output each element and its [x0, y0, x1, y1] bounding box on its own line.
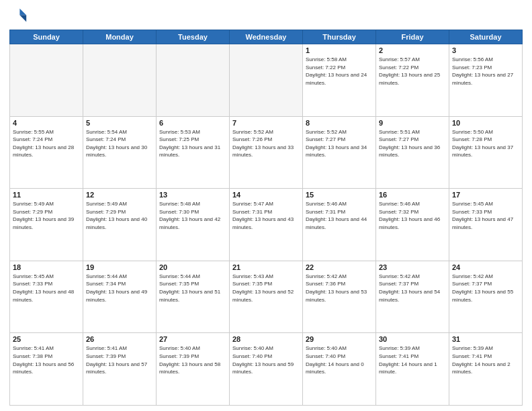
- cell-content: 15Sunrise: 5:46 AMSunset: 7:31 PMDayligh…: [306, 191, 373, 231]
- weekday-header-sunday: Sunday: [10, 30, 83, 44]
- day-number: 16: [379, 191, 446, 199]
- cell-content: 30Sunrise: 5:39 AMSunset: 7:41 PMDayligh…: [379, 335, 446, 375]
- calendar-cell: 30Sunrise: 5:39 AMSunset: 7:41 PMDayligh…: [376, 333, 449, 406]
- weekday-header-saturday: Saturday: [449, 30, 523, 44]
- day-number: 24: [452, 263, 519, 271]
- calendar-cell: 22Sunrise: 5:42 AMSunset: 7:36 PMDayligh…: [303, 261, 376, 333]
- cell-info: Sunrise: 5:40 AMSunset: 7:39 PMDaylight:…: [159, 345, 226, 375]
- cell-content: 31Sunrise: 5:39 AMSunset: 7:41 PMDayligh…: [452, 335, 519, 375]
- cell-content: 1Sunrise: 5:58 AMSunset: 7:22 PMDaylight…: [306, 46, 373, 87]
- weekday-header-thursday: Thursday: [303, 30, 376, 44]
- day-number: 27: [159, 335, 226, 343]
- calendar-cell: 7Sunrise: 5:52 AMSunset: 7:26 PMDaylight…: [230, 116, 303, 189]
- calendar-cell: 27Sunrise: 5:40 AMSunset: 7:39 PMDayligh…: [157, 333, 230, 406]
- cell-info: Sunrise: 5:39 AMSunset: 7:41 PMDaylight:…: [452, 345, 519, 375]
- cell-info: Sunrise: 5:42 AMSunset: 7:37 PMDaylight:…: [379, 273, 446, 304]
- cell-info: Sunrise: 5:40 AMSunset: 7:40 PMDaylight:…: [232, 345, 300, 375]
- cell-content: 5Sunrise: 5:54 AMSunset: 7:24 PMDaylight…: [86, 119, 153, 159]
- calendar-cell: [10, 44, 83, 117]
- cell-content: 10Sunrise: 5:50 AMSunset: 7:28 PMDayligh…: [452, 119, 519, 159]
- day-number: 6: [159, 119, 226, 127]
- day-number: 17: [452, 191, 519, 199]
- calendar-cell: 29Sunrise: 5:40 AMSunset: 7:40 PMDayligh…: [303, 333, 376, 406]
- cell-content: 11Sunrise: 5:49 AMSunset: 7:29 PMDayligh…: [13, 191, 80, 231]
- calendar-cell: 3Sunrise: 5:56 AMSunset: 7:23 PMDaylight…: [449, 44, 523, 117]
- cell-info: Sunrise: 5:45 AMSunset: 7:33 PMDaylight:…: [452, 200, 519, 231]
- day-number: 26: [86, 335, 153, 343]
- calendar-cell: [230, 44, 303, 117]
- cell-content: 19Sunrise: 5:44 AMSunset: 7:34 PMDayligh…: [86, 263, 153, 304]
- cell-content: 24Sunrise: 5:42 AMSunset: 7:37 PMDayligh…: [452, 263, 519, 304]
- cell-content: 12Sunrise: 5:49 AMSunset: 7:29 PMDayligh…: [86, 191, 153, 231]
- day-number: 14: [232, 191, 300, 199]
- cell-content: 3Sunrise: 5:56 AMSunset: 7:23 PMDaylight…: [452, 46, 519, 87]
- cell-content: 7Sunrise: 5:52 AMSunset: 7:26 PMDaylight…: [232, 119, 300, 159]
- calendar-cell: 1Sunrise: 5:58 AMSunset: 7:22 PMDaylight…: [303, 44, 376, 117]
- cell-info: Sunrise: 5:44 AMSunset: 7:35 PMDaylight:…: [159, 273, 226, 304]
- calendar-table: SundayMondayTuesdayWednesdayThursdayFrid…: [9, 30, 523, 406]
- day-number: 4: [13, 119, 80, 127]
- page: SundayMondayTuesdayWednesdayThursdayFrid…: [0, 0, 532, 411]
- cell-info: Sunrise: 5:45 AMSunset: 7:33 PMDaylight:…: [13, 273, 80, 304]
- day-number: 13: [159, 191, 226, 199]
- calendar-cell: 15Sunrise: 5:46 AMSunset: 7:31 PMDayligh…: [303, 189, 376, 261]
- day-number: 9: [379, 119, 446, 127]
- cell-info: Sunrise: 5:52 AMSunset: 7:26 PMDaylight:…: [232, 128, 300, 159]
- cell-info: Sunrise: 5:55 AMSunset: 7:24 PMDaylight:…: [13, 128, 80, 159]
- calendar-week-3: 11Sunrise: 5:49 AMSunset: 7:29 PMDayligh…: [10, 189, 523, 261]
- day-number: 23: [379, 263, 446, 271]
- cell-info: Sunrise: 5:41 AMSunset: 7:38 PMDaylight:…: [13, 345, 80, 375]
- cell-info: Sunrise: 5:51 AMSunset: 7:27 PMDaylight:…: [379, 128, 446, 159]
- calendar-cell: [157, 44, 230, 117]
- calendar-cell: 5Sunrise: 5:54 AMSunset: 7:24 PMDaylight…: [83, 116, 157, 189]
- calendar-week-1: 1Sunrise: 5:58 AMSunset: 7:22 PMDaylight…: [10, 44, 523, 117]
- day-number: 20: [159, 263, 226, 271]
- day-number: 15: [306, 191, 373, 199]
- cell-info: Sunrise: 5:57 AMSunset: 7:22 PMDaylight:…: [379, 56, 446, 87]
- day-number: 22: [306, 263, 373, 271]
- cell-info: Sunrise: 5:39 AMSunset: 7:41 PMDaylight:…: [379, 345, 446, 375]
- calendar-cell: 31Sunrise: 5:39 AMSunset: 7:41 PMDayligh…: [449, 333, 523, 406]
- svg-marker-0: [19, 9, 26, 15]
- calendar-cell: 10Sunrise: 5:50 AMSunset: 7:28 PMDayligh…: [449, 116, 523, 189]
- cell-content: 21Sunrise: 5:43 AMSunset: 7:35 PMDayligh…: [232, 263, 300, 304]
- cell-info: Sunrise: 5:40 AMSunset: 7:40 PMDaylight:…: [306, 345, 373, 375]
- day-number: 7: [232, 119, 300, 127]
- calendar-cell: 21Sunrise: 5:43 AMSunset: 7:35 PMDayligh…: [230, 261, 303, 333]
- day-number: 1: [306, 46, 373, 54]
- day-number: 28: [232, 335, 300, 343]
- cell-info: Sunrise: 5:58 AMSunset: 7:22 PMDaylight:…: [306, 56, 373, 87]
- cell-content: 6Sunrise: 5:53 AMSunset: 7:25 PMDaylight…: [159, 119, 226, 159]
- logo: [9, 7, 31, 26]
- calendar-cell: 18Sunrise: 5:45 AMSunset: 7:33 PMDayligh…: [10, 261, 83, 333]
- day-number: 12: [86, 191, 153, 199]
- day-number: 2: [379, 46, 446, 54]
- weekday-header-wednesday: Wednesday: [230, 30, 303, 44]
- weekday-header-friday: Friday: [376, 30, 449, 44]
- calendar-cell: 20Sunrise: 5:44 AMSunset: 7:35 PMDayligh…: [157, 261, 230, 333]
- day-number: 25: [13, 335, 80, 343]
- cell-content: 28Sunrise: 5:40 AMSunset: 7:40 PMDayligh…: [232, 335, 300, 375]
- calendar-cell: 23Sunrise: 5:42 AMSunset: 7:37 PMDayligh…: [376, 261, 449, 333]
- calendar-cell: 12Sunrise: 5:49 AMSunset: 7:29 PMDayligh…: [83, 189, 157, 261]
- calendar-cell: [83, 44, 157, 117]
- cell-content: 18Sunrise: 5:45 AMSunset: 7:33 PMDayligh…: [13, 263, 80, 304]
- weekday-header-row: SundayMondayTuesdayWednesdayThursdayFrid…: [10, 30, 523, 44]
- cell-info: Sunrise: 5:49 AMSunset: 7:29 PMDaylight:…: [86, 200, 153, 231]
- calendar-cell: 14Sunrise: 5:47 AMSunset: 7:31 PMDayligh…: [230, 189, 303, 261]
- cell-content: 25Sunrise: 5:41 AMSunset: 7:38 PMDayligh…: [13, 335, 80, 375]
- cell-content: 22Sunrise: 5:42 AMSunset: 7:36 PMDayligh…: [306, 263, 373, 304]
- calendar-cell: 2Sunrise: 5:57 AMSunset: 7:22 PMDaylight…: [376, 44, 449, 117]
- calendar-cell: 9Sunrise: 5:51 AMSunset: 7:27 PMDaylight…: [376, 116, 449, 189]
- day-number: 10: [452, 119, 519, 127]
- cell-info: Sunrise: 5:46 AMSunset: 7:32 PMDaylight:…: [379, 200, 446, 231]
- cell-info: Sunrise: 5:53 AMSunset: 7:25 PMDaylight:…: [159, 128, 226, 159]
- cell-info: Sunrise: 5:52 AMSunset: 7:27 PMDaylight:…: [306, 128, 373, 159]
- cell-content: 13Sunrise: 5:48 AMSunset: 7:30 PMDayligh…: [159, 191, 226, 231]
- calendar-cell: 28Sunrise: 5:40 AMSunset: 7:40 PMDayligh…: [230, 333, 303, 406]
- cell-content: 9Sunrise: 5:51 AMSunset: 7:27 PMDaylight…: [379, 119, 446, 159]
- day-number: 21: [232, 263, 300, 271]
- cell-info: Sunrise: 5:49 AMSunset: 7:29 PMDaylight:…: [13, 200, 80, 231]
- logo-icon: [9, 7, 28, 26]
- cell-info: Sunrise: 5:43 AMSunset: 7:35 PMDaylight:…: [232, 273, 300, 304]
